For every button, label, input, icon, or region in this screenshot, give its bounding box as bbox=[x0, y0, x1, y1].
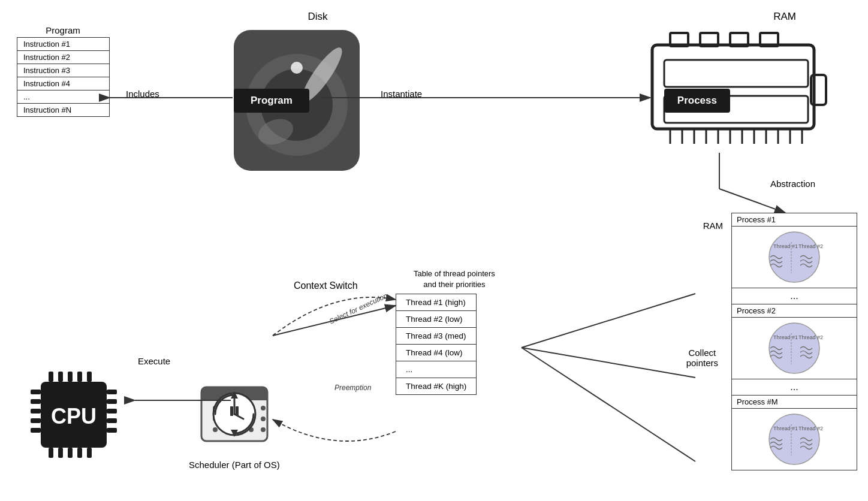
program-pill: Program bbox=[234, 89, 309, 113]
collect-pointers-label: Collectpointers bbox=[686, 348, 718, 368]
svg-rect-44 bbox=[87, 372, 92, 382]
svg-rect-47 bbox=[68, 448, 73, 458]
process-m-title: Process #M bbox=[732, 396, 857, 409]
svg-rect-58 bbox=[107, 418, 117, 423]
cpu-icon: CPU bbox=[14, 355, 134, 475]
process-2-threads-svg: Thread #1 Thread #2 bbox=[755, 321, 833, 375]
thread-row-4: Thread #4 (low) bbox=[396, 345, 476, 361]
process-2-title: Process #2 bbox=[732, 304, 857, 318]
thread-row-ellipsis: ... bbox=[396, 361, 476, 378]
includes-label: Includes bbox=[126, 89, 159, 99]
svg-rect-59 bbox=[107, 428, 117, 433]
instruction-n: Instruction #N bbox=[17, 104, 109, 116]
svg-point-72 bbox=[261, 417, 266, 421]
instruction-ellipsis: ... bbox=[17, 90, 109, 104]
svg-text:Thread #1: Thread #1 bbox=[773, 243, 798, 249]
svg-rect-42 bbox=[68, 372, 73, 382]
svg-line-97 bbox=[522, 348, 695, 461]
svg-rect-50 bbox=[31, 390, 41, 394]
svg-rect-54 bbox=[31, 428, 41, 433]
process-2-inner: Thread #1 Thread #2 bbox=[732, 318, 857, 379]
select-execution-label: Select for execution bbox=[328, 291, 388, 325]
svg-rect-45 bbox=[49, 448, 53, 458]
svg-rect-52 bbox=[31, 409, 41, 414]
svg-point-73 bbox=[213, 427, 218, 432]
svg-rect-53 bbox=[31, 418, 41, 423]
ram-top-label: RAM bbox=[773, 11, 796, 23]
svg-rect-49 bbox=[87, 448, 92, 458]
svg-text:Thread #1: Thread #1 bbox=[773, 334, 798, 340]
process-pill: Process bbox=[664, 89, 730, 113]
process-1-inner: Thread #1 Thread #2 bbox=[732, 227, 857, 288]
instantiate-label: Instantiate bbox=[381, 89, 422, 99]
svg-line-96 bbox=[522, 348, 695, 378]
svg-rect-46 bbox=[58, 448, 63, 458]
process-2-block: Process #2 Thread #1 Thread #2 bbox=[731, 304, 857, 379]
svg-text:CPU: CPU bbox=[51, 404, 97, 428]
processes-container: Process #1 Thread #1 Thread #2 ... Proce… bbox=[731, 213, 857, 470]
execute-label: Execute bbox=[138, 356, 170, 366]
instruction-1: Instruction #1 bbox=[17, 38, 109, 51]
scheduler-icon bbox=[192, 372, 276, 456]
svg-line-92 bbox=[719, 189, 785, 213]
svg-rect-56 bbox=[107, 399, 117, 404]
svg-rect-55 bbox=[107, 390, 117, 394]
process-m-block: Process #M Thread #1 Thread #2 bbox=[731, 395, 857, 470]
svg-rect-43 bbox=[77, 372, 82, 382]
scheduler-label: Scheduler (Part of OS) bbox=[189, 458, 280, 471]
thread-row-k: Thread #K (high) bbox=[396, 378, 476, 394]
program-box: Instruction #1 Instruction #2 Instructio… bbox=[17, 37, 110, 117]
instruction-3: Instruction #3 bbox=[17, 64, 109, 77]
instruction-4: Instruction #4 bbox=[17, 77, 109, 90]
svg-text:Thread #1: Thread #1 bbox=[773, 425, 798, 431]
scheduler-section: Scheduler (Part of OS) bbox=[189, 372, 280, 471]
ram-bottom-label: RAM bbox=[703, 221, 723, 231]
thread-row-1: Thread #1 (high) bbox=[396, 294, 476, 311]
thread-row-2: Thread #2 (low) bbox=[396, 311, 476, 328]
svg-rect-51 bbox=[31, 399, 41, 404]
context-switch-label: Context Switch bbox=[294, 280, 358, 291]
svg-rect-41 bbox=[58, 372, 63, 382]
process-ellipsis-bottom: ... bbox=[731, 379, 857, 395]
process-ellipsis-mid: ... bbox=[731, 288, 857, 304]
process-m-threads-svg: Thread #1 Thread #2 bbox=[755, 412, 833, 466]
process-1-threads-svg: Thread #1 Thread #2 bbox=[755, 230, 833, 284]
svg-rect-11 bbox=[664, 60, 808, 87]
cpu-section: CPU bbox=[11, 355, 137, 477]
svg-text:Thread #2: Thread #2 bbox=[798, 334, 823, 340]
process-1-block: Process #1 Thread #1 Thread #2 bbox=[731, 213, 857, 288]
process-m-inner: Thread #1 Thread #2 bbox=[732, 409, 857, 470]
svg-rect-48 bbox=[77, 448, 82, 458]
process-1-title: Process #1 bbox=[732, 213, 857, 227]
svg-text:Thread #2: Thread #2 bbox=[798, 425, 823, 431]
thread-table: Thread #1 (high) Thread #2 (low) Thread … bbox=[396, 294, 477, 395]
svg-rect-84 bbox=[236, 406, 239, 416]
svg-line-95 bbox=[522, 294, 695, 348]
preemption-label: Preemption bbox=[334, 384, 371, 392]
program-title: Program bbox=[18, 25, 108, 35]
thread-row-3: Thread #3 (med) bbox=[396, 328, 476, 345]
svg-point-77 bbox=[261, 427, 266, 432]
svg-point-4 bbox=[291, 62, 303, 74]
svg-rect-57 bbox=[107, 409, 117, 414]
svg-rect-40 bbox=[49, 372, 53, 382]
instruction-2: Instruction #2 bbox=[17, 51, 109, 64]
thread-table-header: Table of thread pointersand their priori… bbox=[414, 268, 495, 290]
disk-label: Disk bbox=[258, 11, 378, 23]
abstraction-label: Abstraction bbox=[770, 179, 815, 189]
svg-rect-83 bbox=[230, 406, 233, 416]
svg-text:Thread #2: Thread #2 bbox=[798, 243, 823, 249]
svg-point-67 bbox=[261, 406, 266, 411]
